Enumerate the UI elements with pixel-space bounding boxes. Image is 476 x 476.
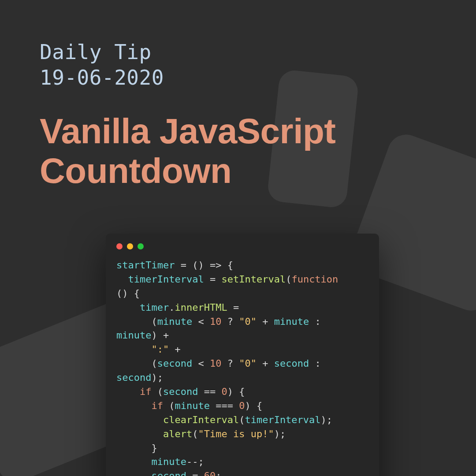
code-snippet: startTimer = () => { timerInterval = set… xyxy=(116,258,368,476)
title-line1: Vanilla JavaScript xyxy=(40,112,436,151)
title-line2: Countdown xyxy=(40,151,436,191)
close-icon xyxy=(116,243,123,249)
code-window: startTimer = () => { timerInterval = set… xyxy=(106,234,379,476)
page-title: Vanilla JavaScript Countdown xyxy=(40,112,436,190)
subtitle-line2: 19-06-2020 xyxy=(40,65,436,91)
maximize-icon xyxy=(138,243,144,249)
subtitle-line1: Daily Tip xyxy=(40,40,436,65)
window-traffic-lights xyxy=(116,243,368,249)
content-area: Daily Tip 19-06-2020 Vanilla JavaScript … xyxy=(0,0,476,190)
subtitle: Daily Tip 19-06-2020 xyxy=(40,40,436,90)
minimize-icon xyxy=(127,243,133,249)
